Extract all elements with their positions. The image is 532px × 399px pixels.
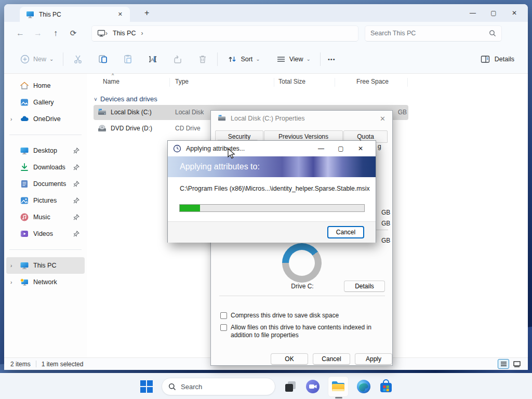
- new-button[interactable]: New ⌄: [16, 51, 58, 68]
- chevron-down-icon: ⌄: [256, 56, 260, 62]
- taskbar: Search: [0, 373, 532, 399]
- sidebar-item-documents[interactable]: Documents: [6, 176, 85, 192]
- column-header-total-size[interactable]: Total Size: [278, 78, 305, 85]
- sidebar-label: Downloads: [33, 164, 65, 171]
- tab-close-icon[interactable]: ✕: [115, 10, 126, 19]
- toolbar-divider: [217, 52, 218, 66]
- sidebar-item-downloads[interactable]: Downloads: [6, 159, 85, 176]
- details-button[interactable]: Details: [344, 281, 385, 292]
- expand-chevron-icon[interactable]: ›: [10, 116, 12, 122]
- pin-icon: [73, 197, 79, 204]
- minimize-icon[interactable]: —: [311, 145, 331, 152]
- details-pane-icon: [480, 54, 490, 64]
- progress-cancel-button[interactable]: Cancel: [327, 226, 364, 238]
- search-icon: [168, 383, 176, 391]
- status-divider: [36, 361, 36, 367]
- search-box[interactable]: [365, 25, 502, 42]
- task-view-icon[interactable]: [283, 379, 298, 394]
- progress-title-bar[interactable]: Applying attributes... — ▢ ✕: [168, 141, 376, 156]
- window-maximize-button[interactable]: ▢: [483, 9, 504, 17]
- file-explorer-taskbar-button[interactable]: [328, 376, 349, 397]
- videos-icon: [20, 229, 29, 238]
- cancel-button[interactable]: Cancel: [313, 353, 350, 365]
- column-header-free-space[interactable]: Free Space: [356, 78, 389, 85]
- group-header[interactable]: Devices and drives: [100, 95, 157, 103]
- view-button[interactable]: View ⌄: [272, 51, 315, 68]
- tab-sharing-partial[interactable]: g: [378, 143, 381, 150]
- capacity-donut: [282, 243, 322, 283]
- new-tab-button[interactable]: +: [140, 8, 153, 18]
- tab-this-pc[interactable]: This PC ✕: [20, 7, 130, 22]
- delete-icon[interactable]: [197, 54, 208, 64]
- start-button[interactable]: [139, 379, 154, 394]
- sidebar-item-desktop[interactable]: Desktop: [6, 142, 85, 159]
- ok-button[interactable]: OK: [271, 353, 308, 365]
- column-header-name[interactable]: Name: [103, 78, 119, 85]
- sidebar-item-this-pc[interactable]: › This PC: [6, 257, 85, 274]
- maximize-icon[interactable]: ▢: [331, 145, 351, 152]
- sort-button[interactable]: Sort ⌄: [223, 51, 264, 68]
- chat-icon[interactable]: [305, 379, 320, 394]
- cut-icon[interactable]: [73, 54, 83, 64]
- back-button[interactable]: ←: [11, 29, 29, 38]
- microsoft-store-icon[interactable]: [379, 379, 393, 394]
- sidebar-label: Home: [33, 82, 50, 89]
- index-checkbox[interactable]: [220, 324, 227, 331]
- documents-icon: [20, 179, 29, 189]
- properties-title-bar[interactable]: Local Disk (C:) Properties ✕: [211, 111, 392, 126]
- index-checkbox-label: Allow files on this drive to have conten…: [231, 324, 389, 339]
- rename-icon[interactable]: A: [148, 54, 158, 64]
- icons-view-toggle[interactable]: [511, 359, 523, 369]
- details-view-toggle[interactable]: [498, 359, 509, 369]
- group-collapse-icon[interactable]: ˅: [94, 97, 97, 102]
- sidebar-item-onedrive[interactable]: › OneDrive: [6, 111, 85, 127]
- this-pc-breadcrumb-icon: [97, 29, 105, 37]
- taskbar-search[interactable]: Search: [162, 378, 275, 395]
- sidebar-item-gallery[interactable]: Gallery: [6, 94, 85, 111]
- search-input[interactable]: [370, 30, 489, 37]
- share-icon[interactable]: [172, 54, 183, 64]
- column-divider[interactable]: [407, 78, 408, 87]
- forward-button[interactable]: →: [29, 29, 47, 38]
- file-type: CD Drive: [175, 125, 201, 132]
- window-controls: — ▢ ✕: [462, 4, 525, 22]
- expand-chevron-icon[interactable]: ›: [10, 280, 12, 285]
- sidebar-label: Gallery: [33, 99, 54, 106]
- music-icon: [20, 212, 29, 222]
- sidebar-label: Documents: [33, 180, 66, 188]
- address-bar[interactable]: › This PC ›: [91, 25, 358, 42]
- sidebar-item-home[interactable]: Home: [6, 77, 85, 94]
- command-toolbar: New ⌄ A: [4, 45, 528, 74]
- breadcrumb-chevron-icon: ›: [105, 30, 108, 37]
- file-explorer-window: This PC ✕ + — ▢ ✕ ← → ↑ ⟳ › This PC ›: [4, 4, 528, 370]
- close-icon[interactable]: ✕: [351, 145, 370, 152]
- gallery-icon: [20, 98, 29, 107]
- more-options-icon[interactable]: •••: [328, 56, 336, 62]
- capacity-unit: GB: [381, 237, 390, 244]
- apply-button[interactable]: Apply: [355, 353, 392, 365]
- file-explorer-icon: [331, 379, 345, 394]
- pin-icon: [73, 148, 79, 154]
- sidebar-item-videos[interactable]: Videos: [6, 225, 85, 242]
- compress-checkbox[interactable]: [220, 312, 227, 319]
- edge-icon[interactable]: [356, 379, 371, 394]
- column-divider[interactable]: [335, 78, 335, 87]
- up-button[interactable]: ↑: [47, 29, 64, 38]
- paste-icon[interactable]: [123, 54, 133, 64]
- expand-chevron-icon[interactable]: ›: [10, 263, 12, 269]
- sort-arrows-icon: [227, 54, 237, 64]
- close-icon[interactable]: ✕: [380, 115, 385, 123]
- window-minimize-button[interactable]: —: [462, 9, 483, 17]
- column-divider[interactable]: [274, 78, 274, 87]
- copy-icon[interactable]: [98, 54, 108, 64]
- column-header-type[interactable]: Type: [175, 78, 189, 85]
- sidebar-item-music[interactable]: Music: [6, 209, 85, 225]
- details-pane-button[interactable]: Details: [480, 54, 514, 64]
- sort-indicator-icon: ^: [112, 73, 114, 78]
- breadcrumb-this-pc[interactable]: This PC: [113, 30, 136, 37]
- column-divider[interactable]: [169, 78, 170, 87]
- sidebar-item-network[interactable]: › Network: [6, 274, 85, 290]
- window-close-button[interactable]: ✕: [504, 9, 525, 17]
- sidebar-item-pictures[interactable]: Pictures: [6, 192, 85, 209]
- refresh-button[interactable]: ⟳: [64, 29, 82, 38]
